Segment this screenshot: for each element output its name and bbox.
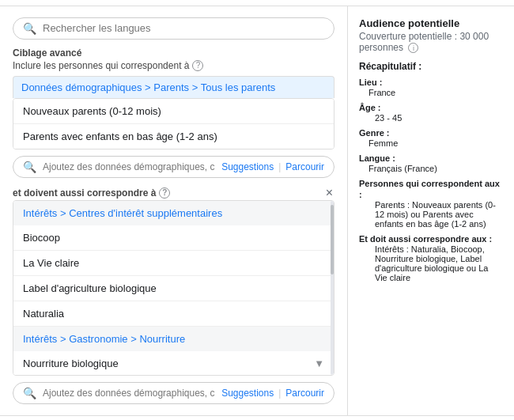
list-item[interactable]: Parents avec enfants en bas âge (1-2 ans… (13, 124, 334, 149)
persons-key: Personnes qui correspondent aux : (359, 179, 500, 199)
persons-val: Parents : Nouveaux parents (0-12 mois) o… (375, 200, 503, 229)
must-match-header: et doivent aussi correspondre à ? × (13, 186, 334, 200)
age-key: Âge : (359, 103, 381, 112)
add-targeting-search[interactable]: 🔍 Suggestions | Parcourir (13, 156, 334, 178)
must-match-suggestions-link[interactable]: Suggestions (221, 388, 274, 399)
scrollbar-thumb (331, 205, 334, 274)
must-key: Et doit aussi correspondre aux : (359, 234, 492, 244)
chevron-down-icon: ▼ (314, 358, 324, 369)
audience-info-icon[interactable]: i (408, 43, 418, 53)
genre-section: Genre : Femme (359, 127, 503, 148)
age-val: 23 - 45 (375, 113, 503, 123)
include-help-icon[interactable]: ? (192, 60, 203, 71)
left-panel: 🔍 Ciblage avancé Inclure les personnes q… (0, 6, 348, 415)
must-match-help-icon[interactable]: ? (159, 187, 170, 199)
recap-title: Récapitulatif : (359, 61, 503, 72)
right-panel: Audience potentielle Couverture potentie… (348, 6, 514, 415)
langue-val: Français (France) (368, 164, 503, 173)
modal: Créer une audience enregistrée × 🔍 Cibla… (0, 0, 514, 420)
interest-item-dropdown[interactable]: Nourriture biologique ▼ (13, 351, 334, 375)
search-icon: 🔍 (23, 22, 36, 35)
interest-group-header-2: Intérêts > Gastronomie > Nourriture (13, 327, 334, 351)
audience-potential-subtitle: Couverture potentielle : 30 000 personne… (359, 31, 503, 54)
suggestions-link[interactable]: Suggestions (221, 161, 274, 172)
modal-body: 🔍 Ciblage avancé Inclure les personnes q… (0, 6, 514, 415)
genre-val: Femme (368, 138, 503, 148)
add-must-match-input[interactable] (43, 388, 215, 399)
lieu-key: Lieu : (359, 78, 382, 87)
must-section: Et doit aussi correspondre aux : Intérêt… (359, 233, 503, 282)
must-val: Intérêts : Naturalia, Biocoop, Nourritur… (375, 244, 503, 282)
include-label: Inclure les personnes qui correspondent … (13, 60, 189, 71)
add-targeting-input[interactable] (43, 161, 215, 172)
must-match-search-actions: Suggestions | Parcourir (221, 388, 324, 399)
add-must-match-search[interactable]: 🔍 Suggestions | Parcourir (13, 382, 334, 404)
interest-item[interactable]: Label d'agriculture biologique (13, 276, 334, 301)
interest-box-inner[interactable]: Intérêts > Centres d'intérêt supplémenta… (13, 201, 334, 375)
interest-box: Intérêts > Centres d'intérêt supplémenta… (13, 200, 334, 376)
must-match-section: et doivent aussi correspondre à ? × Inté… (13, 186, 334, 404)
langue-section: Langue : Français (France) (359, 153, 503, 173)
lieu-section: Lieu : France (359, 77, 503, 97)
parents-breadcrumb[interactable]: Données démographiques > Parents > Tous … (21, 81, 275, 93)
persons-section: Personnes qui correspondent aux : Parent… (359, 178, 503, 229)
must-match-close-button[interactable]: × (324, 186, 334, 200)
advanced-targeting-label: Ciblage avancé (13, 47, 334, 59)
interest-item[interactable]: La Vie claire (13, 251, 334, 276)
list-item[interactable]: Nouveaux parents (0-12 mois) (13, 99, 334, 124)
langue-key: Langue : (359, 153, 395, 163)
audience-potential-title: Audience potentielle (359, 17, 503, 29)
modal-footer: Exclure Affiner (0, 415, 514, 421)
add-search-actions: Suggestions | Parcourir (221, 161, 324, 172)
interest-item[interactable]: Naturalia (13, 301, 334, 327)
add-must-match-search-icon: 🔍 (23, 387, 36, 399)
genre-key: Genre : (359, 128, 390, 138)
age-section: Âge : 23 - 45 (359, 102, 503, 123)
browse-link[interactable]: Parcourir (285, 161, 324, 172)
must-match-browse-link[interactable]: Parcourir (285, 388, 324, 399)
lieu-val: France (368, 88, 503, 97)
parents-list: Nouveaux parents (0-12 mois) Parents ave… (13, 98, 334, 149)
scrollbar[interactable] (331, 201, 334, 375)
modal-overlay: Créer une audience enregistrée × 🔍 Cibla… (0, 0, 514, 420)
interest-item[interactable]: Biocoop (13, 225, 334, 251)
language-search-box[interactable]: 🔍 (13, 17, 334, 40)
interest-group-header-1: Intérêts > Centres d'intérêt supplémenta… (13, 201, 334, 225)
modal-header: Créer une audience enregistrée × (0, 0, 514, 6)
language-search-input[interactable] (43, 22, 324, 34)
add-search-icon: 🔍 (23, 161, 36, 173)
must-match-label: et doivent aussi correspondre à (13, 187, 156, 199)
advanced-targeting-section: Ciblage avancé Inclure les personnes qui… (13, 47, 334, 178)
